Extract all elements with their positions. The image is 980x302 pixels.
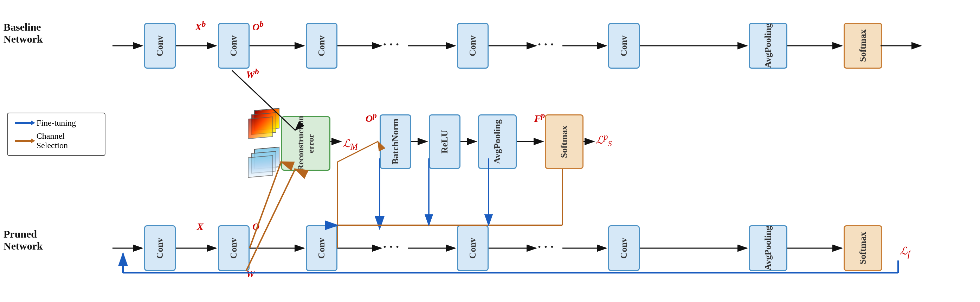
baseline-softmax-box: Softmax <box>844 23 882 69</box>
pruned-network-label: Pruned Network <box>3 228 43 252</box>
avgpool-mid-box: AvgPooling <box>478 114 517 169</box>
baseline-dots1: · · · <box>383 37 399 52</box>
baseline-conv2-box: Conv <box>218 23 250 69</box>
baseline-conv3-box: Conv <box>306 23 337 69</box>
wb-label: Wb <box>246 67 259 80</box>
baseline-conv5-box: Conv <box>608 23 640 69</box>
legend-item-finetuning: Fine-tuning <box>15 118 98 128</box>
lf-label: ℒf <box>900 244 910 259</box>
o-label: O <box>252 221 259 232</box>
pruned-softmax-box: Softmax <box>844 225 882 271</box>
baseline-network-label: Baseline Network <box>3 21 43 45</box>
pruned-dots1: · · · <box>383 239 399 254</box>
pruned-conv4-box: Conv <box>457 225 488 271</box>
op-label: Op <box>366 111 377 124</box>
pruned-conv5-box: Conv <box>608 225 640 271</box>
batchnorm-box: BatchNorm <box>380 114 411 169</box>
pruned-avgpool-box: AvgPooling <box>749 225 788 271</box>
legend-item-channel: Channel Selection <box>15 131 98 150</box>
pruned-conv2-box: Conv <box>218 225 250 271</box>
fp-label: Fp <box>534 111 545 124</box>
pruned-conv3-box: Conv <box>306 225 337 271</box>
reconstruction-error-box: Reconstruction error <box>281 116 331 171</box>
baseline-avgpool-box: AvgPooling <box>749 23 788 69</box>
pruned-conv1-box: Conv <box>144 225 176 271</box>
pruned-dots2: · · · <box>538 239 554 254</box>
ob-label: Ob <box>252 19 264 33</box>
w-label: W <box>246 268 255 280</box>
lsp-label: ℒpS <box>596 132 612 148</box>
baseline-conv1-box: Conv <box>144 23 176 69</box>
baseline-dots2: · · · <box>538 37 554 52</box>
x-label: X <box>197 221 204 232</box>
relu-box: ReLU <box>429 114 460 169</box>
legend-box: Fine-tuning Channel Selection <box>7 113 105 156</box>
main-container: Baseline Network Pruned Network Conv Con… <box>0 0 980 302</box>
legend-channel-label: Channel Selection <box>37 131 98 150</box>
baseline-conv4-box: Conv <box>457 23 488 69</box>
legend-orange-line <box>15 140 32 142</box>
lm-label: ℒM <box>343 137 358 152</box>
svg-line-28 <box>246 169 295 271</box>
softmax-mid-box: Softmax <box>545 114 584 169</box>
legend-blue-line <box>15 122 32 124</box>
xb-label: Xb <box>195 19 206 33</box>
legend-finetuning-label: Fine-tuning <box>37 118 76 128</box>
